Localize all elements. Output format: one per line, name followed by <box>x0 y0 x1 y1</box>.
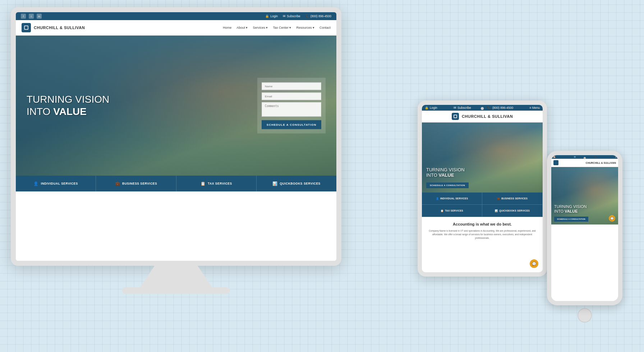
tablet-schedule-button[interactable]: SCHEDULE A CONSULTATION <box>426 182 469 188</box>
desktop-navbar: CHURCHILL & SULLIVAN Home About ▾ Servic… <box>16 20 336 36</box>
tablet-tax-icon: 📋 <box>441 209 443 212</box>
tablet-camera <box>481 107 484 110</box>
envelope-icon: ✉ <box>283 14 286 18</box>
tablet-service-quickbooks[interactable]: 📊 QUICKBOOKS SERVICES <box>482 205 543 217</box>
lock-icon: 🔒 <box>265 14 269 18</box>
phone-camera <box>584 157 586 159</box>
tablet-hero-title: TURNING VISION INTO VALUE <box>426 167 465 178</box>
tablet-chat-bubble[interactable]: 💬 <box>530 259 538 268</box>
tablet-content: Accounting is what we do best. Company N… <box>422 217 543 245</box>
tablet-envelope-icon: ✉ <box>454 106 456 110</box>
phone-menu-icon[interactable]: ≡ <box>615 156 616 158</box>
brand-name: CHURCHILL & SULLIVAN <box>34 26 85 30</box>
individual-icon: 👤 <box>33 181 39 186</box>
tablet-content-body: Company Name is licensed in VT and speci… <box>428 229 537 240</box>
phone-hero: TURNING VISION INTO VALUE SCHEDULE A CON… <box>551 167 618 224</box>
tablet-logo[interactable]: CHURCHILL & SULLIVAN <box>452 113 513 120</box>
tablet-menu-button[interactable]: ≡ Menu <box>529 106 540 110</box>
tablet-services-bar: 👤 INDIVIDUAL SERVICES 💼 BUSINESS SERVICE… <box>422 193 543 217</box>
logo[interactable]: CHURCHILL & SULLIVAN <box>22 23 85 32</box>
phone-navbar: CHURCHILL & SULLIVAN <box>551 159 618 167</box>
desktop-services-bar: 👤 INDIVIDUAL SERVICES 💼 BUSINESS SERVICE… <box>16 176 336 191</box>
tablet-login-link[interactable]: 🔒 Login <box>425 106 437 110</box>
linkedin-icon[interactable]: in <box>37 14 42 19</box>
desktop-website: f t in 🔒 Login ✉ Subscribe <box>16 12 336 261</box>
tablet-hero-overlay <box>422 122 543 193</box>
nav-links: Home About ▾ Services ▾ Tax Center ▾ Res… <box>223 26 331 29</box>
tablet-service-business[interactable]: 💼 BUSINESS SERVICES <box>482 193 543 205</box>
phone-hero-overlay <box>551 167 618 224</box>
tablet-frame: 🔒 Login ✉ Subscribe 📞 (800) 896-4500 ≡ M… <box>418 101 547 277</box>
tablet-service-individual[interactable]: 👤 INDIVIDUAL SERVICES <box>422 193 482 205</box>
desktop-hero: TURNING VISION INTO VALUE SCHEDULE A CON… <box>16 36 336 176</box>
service-tax[interactable]: 📋 TAX SERVICES <box>176 176 257 191</box>
phone-hero-title: TURNING VISION INTO VALUE <box>554 204 586 214</box>
phone-schedule-button[interactable]: SCHEDULE A CONSULTATION <box>554 217 588 222</box>
desktop-top-bar: f t in 🔒 Login ✉ Subscribe <box>16 12 336 20</box>
service-business[interactable]: 💼 BUSINESS SERVICES <box>96 176 176 191</box>
tablet-brand-name: CHURCHILL & SULLIVAN <box>462 114 513 119</box>
svg-rect-3 <box>454 115 456 117</box>
desktop-device: f t in 🔒 Login ✉ Subscribe <box>11 7 341 302</box>
tablet-quickbooks-icon: 📊 <box>495 209 498 212</box>
nav-contact[interactable]: Contact <box>319 26 331 29</box>
nav-about[interactable]: About ▾ <box>236 26 248 29</box>
phone-logo-icon <box>553 160 558 165</box>
logo-svg <box>23 25 29 31</box>
tablet-business-icon: 💼 <box>497 197 500 200</box>
scene: f t in 🔒 Login ✉ Subscribe <box>0 0 644 352</box>
tablet-navbar: CHURCHILL & SULLIVAN <box>422 111 543 122</box>
social-links: f t in <box>21 14 42 19</box>
form-comments-input[interactable] <box>262 102 321 117</box>
tablet-logo-svg <box>453 114 457 119</box>
top-bar-actions: 🔒 Login ✉ Subscribe 📞 (800) 896-4500 <box>265 14 331 18</box>
tax-icon: 📋 <box>201 181 206 186</box>
nav-services[interactable]: Services ▾ <box>253 26 268 29</box>
subscribe-link[interactable]: ✉ Subscribe <box>283 14 300 18</box>
phone-phone-icon[interactable]: 📞 <box>594 156 597 158</box>
phone-website: 🏠 ✉ 📞 ≡ CHURCHILL & SULLIVAN TURNING VIS… <box>551 155 618 301</box>
schedule-consultation-button[interactable]: SCHEDULE A CONSULTATION <box>262 120 321 129</box>
service-quickbooks[interactable]: 📊 QUICKBOOKS SERVICES <box>257 176 336 191</box>
tablet-individual-icon: 👤 <box>436 197 439 200</box>
tablet-logo-icon <box>452 113 459 120</box>
facebook-icon[interactable]: f <box>21 14 26 19</box>
form-email-input[interactable] <box>262 93 321 100</box>
monitor-base <box>122 287 230 294</box>
nav-resources[interactable]: Resources ▾ <box>296 26 314 29</box>
phone-brand-name: CHURCHILL & SULLIVAN <box>586 162 616 164</box>
hero-title: TURNING VISION INTO VALUE <box>27 93 109 117</box>
service-individual[interactable]: 👤 INDIVIDUAL SERVICES <box>16 176 96 191</box>
tablet-content-heading: Accounting is what we do best. <box>428 222 537 226</box>
tablet-subscribe-link[interactable]: ✉ Subscribe <box>454 106 471 110</box>
phone-chat-bubble[interactable]: 💬 <box>609 215 615 222</box>
tablet-phone-link[interactable]: 📞 (800) 896-4500 <box>487 106 513 110</box>
phone-icon: 📞 <box>305 14 309 18</box>
twitter-icon[interactable]: t <box>29 14 34 19</box>
logo-icon <box>22 23 31 32</box>
phone-frame: 🏠 ✉ 📞 ≡ CHURCHILL & SULLIVAN TURNING VIS… <box>547 151 622 305</box>
monitor-frame: f t in 🔒 Login ✉ Subscribe <box>11 7 341 266</box>
tablet-device: 🔒 Login ✉ Subscribe 📞 (800) 896-4500 ≡ M… <box>418 101 547 280</box>
phone-device: 🏠 ✉ 📞 ≡ CHURCHILL & SULLIVAN TURNING VIS… <box>547 151 622 309</box>
phone-home-icon[interactable]: 🏠 <box>553 156 556 158</box>
tablet-service-tax[interactable]: 📋 TAX SERVICES <box>422 205 482 217</box>
svg-rect-1 <box>25 26 28 29</box>
nav-tax-center[interactable]: Tax Center ▾ <box>273 26 291 29</box>
quickbooks-icon: 📊 <box>272 181 278 186</box>
phone-home-button[interactable] <box>578 308 592 323</box>
tablet-phone-icon: 📞 <box>487 106 491 110</box>
hero-form: SCHEDULE A CONSULTATION <box>257 78 326 134</box>
phone-envelope-icon[interactable]: ✉ <box>574 156 576 158</box>
phone-link[interactable]: 📞 (800) 896-4500 <box>305 14 331 18</box>
business-icon: 💼 <box>115 181 120 186</box>
monitor-stand <box>140 266 212 287</box>
hero-content: TURNING VISION INTO VALUE <box>27 93 109 117</box>
login-link[interactable]: 🔒 Login <box>265 14 278 18</box>
nav-home[interactable]: Home <box>223 26 231 29</box>
tablet-website: 🔒 Login ✉ Subscribe 📞 (800) 896-4500 ≡ M… <box>422 105 543 272</box>
form-name-input[interactable] <box>262 83 321 90</box>
tablet-hero: TURNING VISION INTO VALUE SCHEDULE A CON… <box>422 122 543 193</box>
tablet-lock-icon: 🔒 <box>425 106 429 110</box>
